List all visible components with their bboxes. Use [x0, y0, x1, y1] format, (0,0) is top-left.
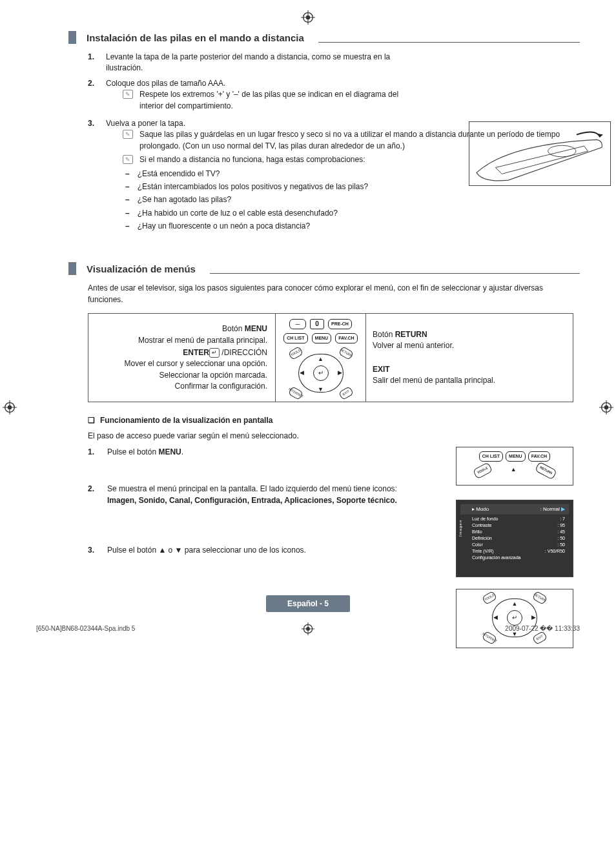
note-polarity: ✎ Respete los extremos '+' y '–' de las … — [123, 89, 573, 112]
diagram-remote-buttons: — 0 PRE-CH CH LIST MENU FAV.CH TOOLS RET… — [276, 314, 366, 402]
heading-title: Instalación de las pilas en el mando a d… — [87, 32, 304, 43]
menu-button: MENU — [312, 333, 332, 343]
heading-title: Visualización de menús — [87, 263, 196, 274]
registration-mark-top — [301, 10, 315, 26]
label-return: Botón RETURN Volver al menú anterior. — [373, 329, 566, 352]
right-arrow-icon: ▶ — [531, 614, 536, 622]
pre-ch-button: PRE-CH — [328, 319, 352, 329]
menu-button: MENU — [506, 451, 526, 462]
note-icon: ✎ — [123, 130, 133, 139]
step-3: 3. Vuelva a poner la tapa. ✎ Saque las p… — [88, 118, 573, 234]
heading-bar — [68, 31, 76, 44]
enter-icon: ↵ — [209, 348, 220, 358]
note-troubleshoot: ✎ Si el mando a distancia no funciona, h… — [123, 154, 573, 165]
ch-list-button: CH LIST — [479, 451, 503, 462]
thumb-remote-dpad: TOOLS RETURN INTERNET EXIT ↵ ▲ ▼ ◀ ▶ — [456, 589, 573, 648]
fav-ch-button: FAV.CH — [528, 451, 551, 462]
battery-steps-list: 1. Levante la tapa de la parte posterior… — [88, 52, 573, 234]
section-heading-batteries: Instalación de las pilas en el mando a d… — [68, 31, 580, 44]
label-menu: Botón MENU Mostrar el menú de pantalla p… — [94, 323, 267, 346]
page-content: Instalación de las pilas en el mando a d… — [0, 31, 616, 612]
label: Botón RETURN — [373, 330, 427, 339]
label-enter: ENTER↵ /DIRECCIÓN Mover el cursor y sele… — [94, 347, 267, 393]
print-footer: [650-NA]BN68-02344A-Spa.indb 5 2009-07-2… — [0, 625, 616, 632]
ch-list-button: CH LIST — [283, 333, 307, 343]
dpad: TOOLS RETURN INTERNET EXIT ↵ ▲ ▼ ◀ ▶ — [292, 350, 350, 396]
enter-button: ↵ — [507, 610, 522, 626]
note-icon: ✎ — [123, 155, 133, 164]
heading-underline — [210, 273, 580, 274]
operation-subheading: Funcionamiento de la visualización en pa… — [88, 415, 573, 426]
note-storage: ✎ Saque las pilas y guárdelas en un luga… — [123, 129, 573, 152]
heading-underline — [318, 42, 580, 43]
up-arrow-icon: ▲ — [318, 355, 323, 363]
zero-button: 0 — [310, 319, 324, 329]
section2-intro: Antes de usar el televisor, siga los pas… — [88, 283, 573, 305]
right-arrow-icon: ▶ — [338, 369, 342, 378]
thumb-remote-top: CH LIST MENU FAV.CH TOOLS ▲ RETURN — [456, 447, 573, 486]
left-arrow-icon: ◀ — [493, 614, 498, 622]
down-arrow-icon: ▼ — [318, 385, 323, 394]
operation-steps-area: 1. Pulse el botón MENU. 2. Se muestra el… — [88, 447, 573, 557]
internet-button: INTERNET — [287, 386, 303, 400]
tools-button: TOOLS — [482, 591, 497, 605]
label-exit: EXIT Salir del menú de pantalla principa… — [373, 364, 566, 387]
tools-button: TOOLS — [287, 346, 303, 360]
svg-marker-7 — [597, 134, 603, 138]
osd-sidebar-label: Imagen — [458, 520, 464, 537]
remote-diagram: Botón MENU Mostrar el menú de pantalla p… — [88, 313, 573, 402]
fav-ch-button: FAV.CH — [335, 333, 358, 343]
page-number-badge: Español - 5 — [266, 595, 350, 612]
section2-body: Antes de usar el televisor, siga los pas… — [88, 283, 573, 556]
svg-point-1 — [306, 15, 310, 19]
return-button: RETURN — [532, 591, 548, 605]
print-timestamp: 2009-07-22 �� 11:33:33 — [505, 625, 580, 632]
diagram-labels-left: Botón MENU Mostrar el menú de pantalla p… — [88, 314, 276, 402]
up-arrow-icon: ▲ — [511, 465, 517, 476]
section-heading-menus: Visualización de menús — [68, 262, 580, 275]
step-2: 2. Coloque dos pilas de tamaño AAA. ✎ Re… — [88, 78, 573, 114]
enter-button: ↵ — [313, 365, 329, 381]
step-1: 1. Levante la tapa de la parte posterior… — [88, 52, 573, 74]
svg-point-9 — [306, 627, 310, 631]
return-button: RETURN — [338, 346, 353, 360]
troubleshoot-checks: ¿Está encendido el TV? ¿Están intercambi… — [106, 169, 573, 232]
diagram-labels-right: Botón RETURN Volver al menú anterior. EX… — [366, 314, 573, 402]
exit-button: EXIT — [532, 631, 548, 645]
exit-button: EXIT — [338, 386, 353, 400]
up-arrow-icon: ▲ — [512, 600, 518, 608]
note-icon: ✎ — [123, 90, 133, 99]
left-arrow-icon: ◀ — [300, 369, 304, 378]
registration-mark-bottom — [302, 622, 314, 637]
label: Botón MENU — [222, 324, 267, 333]
minus-button: — — [289, 319, 306, 329]
section1-body: 1. Levante la tapa de la parte posterior… — [88, 52, 573, 234]
source-file: [650-NA]BN68-02344A-Spa.indb 5 — [36, 625, 135, 632]
return-button: RETURN — [535, 462, 557, 480]
internet-button: INTERNET — [482, 631, 497, 645]
thumb-osd-menu: Imagen ▸ Modo : Normal ▶ Luz de fondo: 7… — [456, 500, 573, 577]
heading-bar — [68, 262, 76, 275]
operation-intro: El paso de acceso puede variar según el … — [88, 431, 573, 442]
tools-button: TOOLS — [472, 462, 492, 480]
